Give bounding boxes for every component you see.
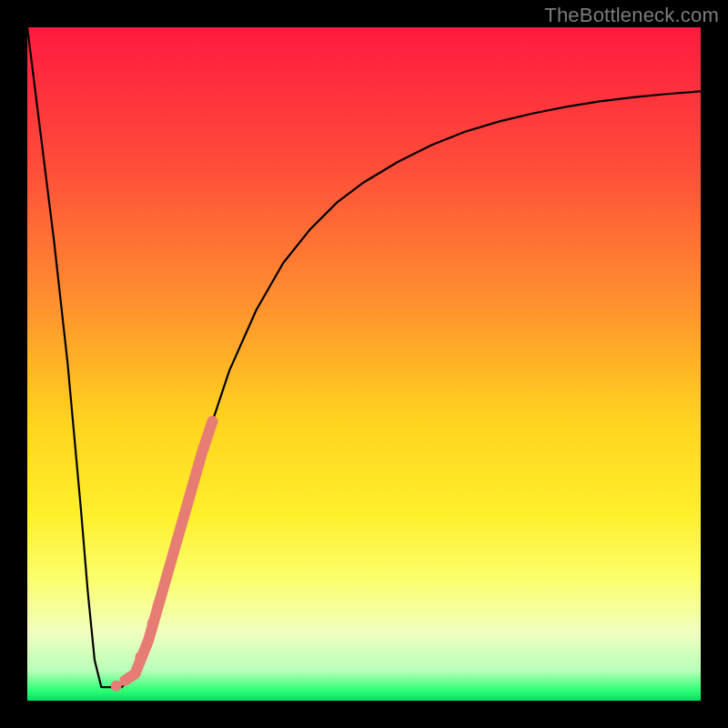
chart-frame: TheBottleneck.com [0, 0, 728, 728]
highlight-dot [111, 681, 122, 692]
watermark-text: TheBottleneck.com [544, 4, 719, 27]
plot-area [27, 27, 701, 701]
gradient-background [27, 27, 701, 701]
highlight-dot [147, 618, 158, 629]
highlight-dot [135, 652, 146, 662]
highlight-dot [153, 601, 164, 612]
chart-svg [27, 27, 701, 701]
